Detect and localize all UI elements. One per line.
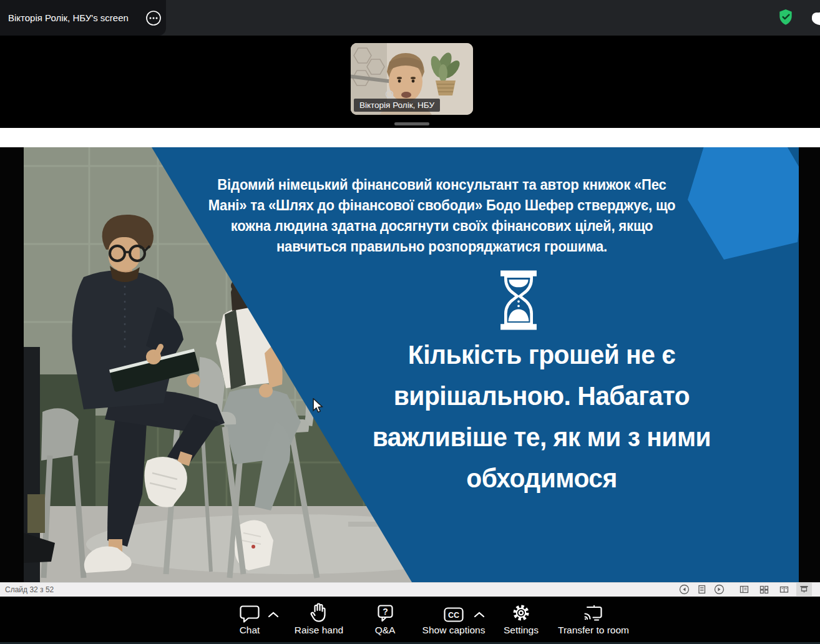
- participant-name-badge: Вікторія Ролік, НБУ: [354, 99, 440, 112]
- hourglass-icon: [499, 270, 538, 330]
- participant-video-tile[interactable]: Вікторія Ролік, НБУ: [351, 43, 473, 115]
- security-shield-icon[interactable]: [778, 9, 794, 26]
- presentation-slide: Відомий німецький фінансовий консультант…: [24, 147, 799, 582]
- recording-icon[interactable]: [810, 9, 820, 26]
- gear-icon: [511, 603, 531, 623]
- powerpoint-statusbar: Слайд 32 з 52: [0, 582, 820, 597]
- previous-slide-icon: [679, 584, 690, 595]
- captions-icon: CC: [443, 607, 464, 623]
- record-cloud-icon: [810, 9, 820, 26]
- shield-check-icon: [778, 9, 794, 26]
- meeting-toolbar: Chat Raise hand ? Q&A CC: [0, 597, 820, 644]
- normal-view-icon: [739, 584, 749, 595]
- slide-sorter-icon: [759, 584, 769, 595]
- more-options-button[interactable]: [145, 10, 162, 26]
- thumbnail-drag-handle[interactable]: [394, 122, 429, 125]
- slideshow-icon: [799, 584, 809, 595]
- top-bar: Вікторія Ролік, НБУ's screen: [0, 0, 820, 36]
- slide-paragraph: Відомий німецький фінансовий консультант…: [184, 175, 700, 257]
- chat-icon: [240, 604, 260, 623]
- notes-icon: [696, 584, 707, 595]
- slide-counter: Слайд 32 з 52: [5, 583, 54, 597]
- powerpoint-titlebar: P Демонстрація PowerPoint - [Мій фінансо…: [0, 128, 820, 147]
- svg-text:CC: CC: [448, 611, 459, 620]
- cast-screen-icon: [582, 604, 605, 623]
- next-slide-icon: [714, 584, 725, 595]
- qa-icon: ?: [376, 603, 395, 623]
- mouse-cursor: [312, 398, 325, 412]
- ellipsis-icon: [145, 10, 162, 26]
- shared-screen-content: Відомий німецький фінансовий консультант…: [0, 147, 820, 582]
- svg-text:?: ?: [383, 607, 388, 617]
- reading-view-icon: [779, 584, 789, 595]
- raise-hand-icon: [310, 602, 328, 623]
- meeting-window: Вікторія Ролік, НБУ's screen: [0, 0, 820, 644]
- transfer-to-room-button[interactable]: Transfer to room: [550, 600, 637, 636]
- slide-heading: Кількість грошей не є вирішальною. Набаг…: [300, 334, 784, 499]
- screen-share-tab[interactable]: Вікторія Ролік, НБУ's screen: [0, 0, 166, 36]
- screen-share-tab-label: Вікторія Ролік, НБУ's screen: [8, 12, 129, 23]
